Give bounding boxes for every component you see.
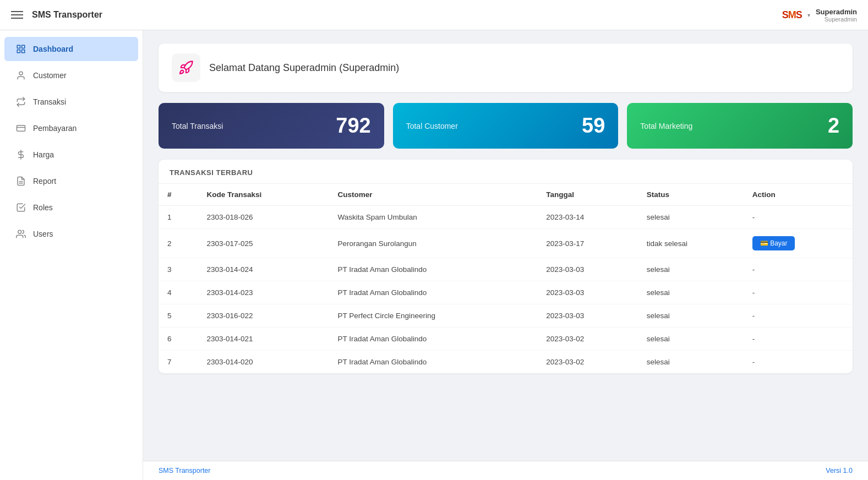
report-icon bbox=[15, 176, 26, 187]
user-role: Superadmin bbox=[825, 16, 857, 23]
cell-customer: PT Iradat Aman Globalindo bbox=[329, 258, 538, 281]
table-header-row: # Kode Transaksi Customer Tanggal Status… bbox=[159, 184, 853, 206]
footer: SMS Transporter Versi 1.0 bbox=[143, 461, 868, 480]
cell-kode: 2303-016-022 bbox=[198, 304, 329, 328]
sidebar-item-users[interactable]: Users bbox=[4, 222, 138, 246]
table-section: TRANSAKSI TERBARU # Kode Transaksi Custo… bbox=[159, 160, 853, 373]
user-dropdown-arrow[interactable]: ▾ bbox=[807, 12, 810, 18]
table-row: 2 2303-017-025 Perorangan Surolangun 202… bbox=[159, 229, 853, 258]
main-content: Selamat Datang Superadmin (Superadmin) T… bbox=[143, 30, 868, 480]
sms-logo: SMS bbox=[782, 9, 802, 21]
sidebar-item-roles[interactable]: Roles bbox=[4, 195, 138, 220]
table-row: 6 2303-014-021 PT Iradat Aman Globalindo… bbox=[159, 328, 853, 351]
cell-tanggal: 2023-03-03 bbox=[537, 258, 638, 281]
bayar-button[interactable]: 💳 Bayar bbox=[752, 236, 795, 250]
col-no: # bbox=[159, 184, 198, 206]
cell-no: 2 bbox=[159, 229, 198, 258]
cell-no: 5 bbox=[159, 304, 198, 328]
cell-no: 7 bbox=[159, 351, 198, 374]
stat-card-marketing: Total Marketing 2 bbox=[627, 103, 853, 149]
roles-icon bbox=[15, 202, 26, 213]
sidebar-harga-label: Harga bbox=[33, 150, 54, 159]
svg-rect-2 bbox=[17, 50, 20, 53]
dashboard-icon bbox=[15, 43, 26, 54]
stat-marketing-value: 2 bbox=[828, 114, 839, 138]
welcome-icon-wrap bbox=[172, 53, 200, 82]
welcome-text: Selamat Datang Superadmin (Superadmin) bbox=[209, 62, 399, 74]
cell-no: 4 bbox=[159, 281, 198, 304]
cell-tanggal: 2023-03-02 bbox=[537, 328, 638, 351]
stat-card-transaksi: Total Transaksi 792 bbox=[159, 103, 384, 149]
sidebar-report-label: Report bbox=[33, 177, 56, 186]
col-tanggal: Tanggal bbox=[537, 184, 638, 206]
action-cell: - bbox=[744, 206, 853, 229]
svg-rect-1 bbox=[22, 45, 25, 48]
hamburger-menu-button[interactable] bbox=[11, 11, 23, 19]
rocket-icon bbox=[178, 60, 194, 75]
svg-rect-3 bbox=[22, 50, 25, 53]
user-name: Superadmin bbox=[816, 8, 857, 16]
cell-kode: 2303-014-020 bbox=[198, 351, 329, 374]
table-row: 4 2303-014-023 PT Iradat Aman Globalindo… bbox=[159, 281, 853, 304]
sidebar-item-report[interactable]: Report bbox=[4, 169, 138, 193]
action-cell: - bbox=[744, 328, 853, 351]
cell-tanggal: 2023-03-14 bbox=[537, 206, 638, 229]
cell-tanggal: 2023-03-03 bbox=[537, 304, 638, 328]
col-status: Status bbox=[638, 184, 744, 206]
cell-status: selesai bbox=[638, 206, 744, 229]
cell-status: selesai bbox=[638, 351, 744, 374]
users-icon bbox=[15, 228, 26, 239]
pembayaran-icon bbox=[15, 123, 26, 134]
action-cell: - bbox=[744, 304, 853, 328]
cell-kode: 2303-014-023 bbox=[198, 281, 329, 304]
cell-kode: 2303-014-021 bbox=[198, 328, 329, 351]
cell-kode: 2303-017-025 bbox=[198, 229, 329, 258]
footer-brand: SMS Transporter bbox=[159, 467, 210, 474]
sidebar-item-dashboard[interactable]: Dashboard bbox=[4, 37, 138, 61]
navbar-right: SMS ▾ Superadmin Superadmin bbox=[782, 8, 857, 23]
cell-status: tidak selesai bbox=[638, 229, 744, 258]
cell-customer: PT Iradat Aman Globalindo bbox=[329, 328, 538, 351]
table-row: 7 2303-014-020 PT Iradat Aman Globalindo… bbox=[159, 351, 853, 374]
footer-version: Versi 1.0 bbox=[826, 467, 853, 474]
svg-point-4 bbox=[19, 72, 23, 75]
navbar-left: SMS Transporter bbox=[11, 10, 102, 20]
cell-kode: 2303-018-026 bbox=[198, 206, 329, 229]
svg-point-10 bbox=[18, 230, 21, 233]
cell-no: 6 bbox=[159, 328, 198, 351]
sidebar-roles-label: Roles bbox=[33, 203, 53, 212]
welcome-card: Selamat Datang Superadmin (Superadmin) bbox=[159, 43, 853, 92]
cell-customer: Waskita Spam Umbulan bbox=[329, 206, 538, 229]
sidebar-users-label: Users bbox=[33, 230, 53, 238]
cell-status: selesai bbox=[638, 258, 744, 281]
cell-no: 3 bbox=[159, 258, 198, 281]
sidebar-pembayaran-label: Pembayaran bbox=[33, 124, 77, 133]
navbar-brand: SMS Transporter bbox=[32, 10, 102, 20]
sidebar-customer-label: Customer bbox=[33, 71, 67, 80]
action-cell: - bbox=[744, 351, 853, 374]
cell-status: selesai bbox=[638, 304, 744, 328]
sidebar: Dashboard Customer Transaksi bbox=[0, 30, 143, 480]
sidebar-item-customer[interactable]: Customer bbox=[4, 63, 138, 88]
cell-status: selesai bbox=[638, 328, 744, 351]
action-cell[interactable]: 💳 Bayar bbox=[744, 229, 853, 258]
layout: Dashboard Customer Transaksi bbox=[0, 30, 868, 480]
col-action: Action bbox=[744, 184, 853, 206]
stat-transaksi-value: 792 bbox=[336, 114, 370, 138]
stat-customer-value: 59 bbox=[582, 114, 605, 138]
sidebar-item-pembayaran[interactable]: Pembayaran bbox=[4, 116, 138, 140]
navbar: SMS Transporter SMS ▾ Superadmin Superad… bbox=[0, 0, 868, 30]
action-cell: - bbox=[744, 281, 853, 304]
sidebar-dashboard-label: Dashboard bbox=[33, 45, 73, 53]
action-cell: - bbox=[744, 258, 853, 281]
cell-no: 1 bbox=[159, 206, 198, 229]
sidebar-item-harga[interactable]: Harga bbox=[4, 143, 138, 167]
sidebar-transaksi-label: Transaksi bbox=[33, 97, 66, 106]
sidebar-item-transaksi[interactable]: Transaksi bbox=[4, 90, 138, 114]
table-row: 3 2303-014-024 PT Iradat Aman Globalindo… bbox=[159, 258, 853, 281]
transaksi-icon bbox=[15, 96, 26, 107]
cell-tanggal: 2023-03-03 bbox=[537, 281, 638, 304]
harga-icon bbox=[15, 149, 26, 160]
table-title: TRANSAKSI TERBARU bbox=[159, 160, 853, 184]
user-info: Superadmin Superadmin bbox=[816, 8, 857, 23]
